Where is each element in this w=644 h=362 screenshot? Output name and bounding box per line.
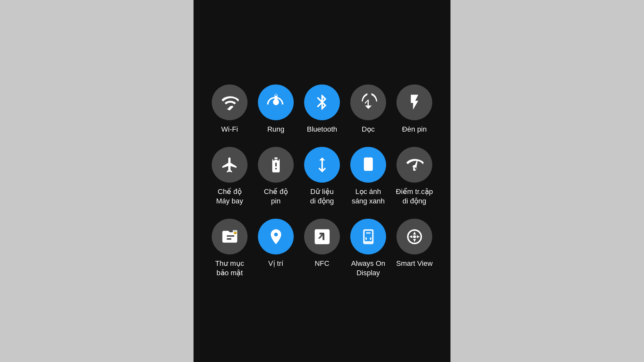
tile-doc[interactable]: Dọc	[348, 84, 388, 134]
den-pin-icon-circle	[396, 84, 432, 120]
nfc-icon-circle	[304, 219, 340, 254]
bluetooth-icon-circle	[304, 84, 340, 120]
always-on-display-label: Always OnDisplay	[351, 259, 385, 278]
rung-icon-circle	[258, 84, 294, 120]
tile-du-lieu-di-dong[interactable]: Dữ liệudi động	[302, 147, 342, 206]
tile-diem-tr-cap-di-dong[interactable]: Điểm tr.cậpdi động	[395, 147, 434, 206]
tile-den-pin[interactable]: Đèn pin	[395, 84, 434, 134]
hotspot-icon-circle	[396, 147, 432, 183]
wifi-label: Wi-Fi	[221, 125, 238, 134]
wifi-icon-circle	[212, 84, 248, 120]
tile-nfc[interactable]: NFC	[302, 219, 342, 278]
svg-text:B: B	[366, 160, 371, 168]
che-do-may-bay-label: Chế độMáy bay	[216, 187, 243, 206]
smart-view-label: Smart View	[396, 259, 433, 268]
tile-che-do-may-bay[interactable]: Chế độMáy bay	[210, 147, 249, 206]
tile-bluetooth[interactable]: Bluetooth	[302, 84, 342, 134]
mobile-data-icon-circle	[304, 147, 340, 183]
quick-settings-panel: Wi-Fi Rung Bluetooth	[194, 0, 450, 362]
tile-thu-muc-bao-mat[interactable]: 🔒 Thư mụcbảo mật	[210, 219, 249, 278]
tile-wifi[interactable]: Wi-Fi	[210, 84, 249, 134]
rung-label: Rung	[267, 125, 285, 134]
battery-saver-icon-circle	[258, 147, 294, 183]
secure-folder-icon-circle: 🔒	[212, 219, 248, 254]
svg-rect-6	[366, 232, 370, 234]
tile-che-do-pin[interactable]: Chế độpin	[256, 147, 296, 206]
bluetooth-label: Bluetooth	[307, 125, 337, 134]
vi-tri-label: Vị trí	[268, 259, 283, 268]
blue-light-icon-circle: B	[350, 147, 386, 183]
thu-muc-bao-mat-label: Thư mụcbảo mật	[215, 259, 244, 278]
svg-rect-7	[366, 242, 370, 242]
svg-point-9	[413, 235, 416, 238]
diem-tr-cap-di-dong-label: Điểm tr.cậpdi động	[396, 187, 433, 206]
quick-settings-grid: Wi-Fi Rung Bluetooth	[200, 78, 444, 284]
den-pin-label: Đèn pin	[402, 125, 427, 134]
right-panel	[450, 0, 644, 362]
che-do-pin-label: Chế độpin	[264, 187, 288, 206]
tile-smart-view[interactable]: Smart View	[395, 219, 434, 278]
loc-anh-sang-xanh-label: Lọc ánhsáng xanh	[352, 187, 385, 206]
tile-vi-tri[interactable]: Vị trí	[256, 219, 296, 278]
location-icon-circle	[258, 219, 294, 254]
svg-text:🔒: 🔒	[233, 230, 237, 234]
always-on-display-icon-circle	[350, 219, 386, 254]
doc-icon-circle	[350, 84, 386, 120]
du-lieu-di-dong-label: Dữ liệudi động	[310, 187, 334, 206]
airplane-icon-circle	[212, 147, 248, 183]
tile-loc-anh-sang-xanh[interactable]: B Lọc ánhsáng xanh	[348, 147, 388, 206]
smart-view-icon-circle	[396, 219, 432, 254]
nfc-label: NFC	[315, 259, 329, 268]
left-panel	[0, 0, 194, 362]
tile-rung[interactable]: Rung	[256, 84, 296, 134]
doc-label: Dọc	[362, 125, 375, 134]
tile-always-on-display[interactable]: Always OnDisplay	[348, 219, 388, 278]
